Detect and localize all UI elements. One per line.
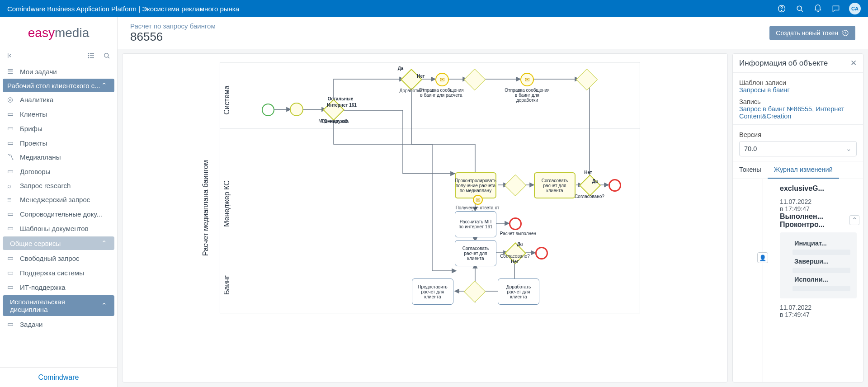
tasks2-icon: ▭ (7, 320, 15, 328)
chevron-down-icon: ⌄ (846, 145, 852, 152)
version-label: Версия (739, 131, 857, 138)
sidebar-item-contracts[interactable]: ▭Договоры (0, 164, 117, 179)
tab-journal[interactable]: Журнал изменений (768, 161, 839, 179)
label-net1: Нет (412, 74, 430, 79)
sidebar-item-support[interactable]: ▭Поддержка системы (0, 265, 117, 280)
journal-card: Инициат... Заверши... Исполни... (780, 232, 857, 298)
template-label: Шаблон записи (739, 79, 857, 86)
logo: easymedia (0, 17, 117, 49)
app-title: Comindware Business Application Platform… (7, 5, 777, 13)
task-rework[interactable]: Доработать расчет для клиента (498, 278, 539, 305)
manager-icon: ≡ (7, 196, 15, 203)
docs-icon: ▭ (7, 210, 15, 218)
sidebar-item-mediaplans[interactable]: 〽Медиапланы (0, 150, 117, 164)
support-icon: ▭ (7, 269, 15, 277)
breadcrumb[interactable]: Расчет по запросу баингом (130, 22, 216, 30)
sidebar: easymedia ☰Мои задачи Рабочий стол клиен… (0, 17, 118, 387)
topbar-actions: CA (777, 3, 861, 14)
end-event-2[interactable] (535, 247, 548, 260)
avatar[interactable]: CA (849, 3, 861, 14)
svg-point-3 (88, 53, 89, 54)
label-ost: Остальные (318, 96, 363, 101)
envelope-icon: ✉ (525, 76, 530, 83)
label-tv: ТВ+наружка (312, 119, 358, 124)
sidebar-item-my-tasks[interactable]: ☰Мои задачи (0, 64, 117, 79)
task-control[interactable]: Проконтролировать получение расчета по м… (455, 172, 496, 198)
intermediate-event[interactable] (290, 103, 303, 116)
chat-icon[interactable] (831, 4, 841, 14)
list-icon[interactable] (87, 52, 95, 61)
sidebar-item-research[interactable]: ⌕Запрос research (0, 179, 117, 193)
topbar: Comindware Business Application Platform… (0, 0, 868, 17)
end-event-calc[interactable] (509, 217, 522, 230)
sidebar-item-templates[interactable]: ▭Шаблоны документов (0, 221, 117, 236)
sidebar-item-projects[interactable]: ▭Проекты (0, 136, 117, 150)
label-net3: Нет (506, 259, 524, 264)
search-sidebar-icon[interactable] (103, 52, 111, 61)
msg-event-calc[interactable]: ✉ (435, 73, 449, 86)
it-icon: ▭ (7, 283, 15, 291)
search-icon[interactable] (795, 4, 805, 14)
sidebar-item-manager[interactable]: ≡Менеджерский запрос (0, 193, 117, 207)
chevron-up-icon: ⌃ (101, 302, 107, 310)
msg-event-dorab[interactable]: ✉ (520, 73, 534, 86)
panel-title: Информация об объекте (739, 59, 828, 68)
collapse-icon[interactable] (6, 52, 14, 61)
record-link[interactable]: Запрос в баинг №86555, Интернет Content&… (739, 105, 857, 120)
envelope-icon: ✉ (440, 76, 445, 83)
bullet-1: Инициат... (794, 240, 850, 247)
sidebar-item-clients[interactable]: ▭Клиенты (0, 107, 117, 121)
journal-top: exclusiveG... (780, 184, 857, 193)
bullet-3: Исполни... (794, 276, 850, 283)
task-agree2[interactable]: Согласовать расчет для клиента (455, 240, 496, 266)
sidebar-item-it[interactable]: ▭ИТ-поддержка (0, 280, 117, 294)
envelope-icon: ✉ (476, 197, 481, 203)
svg-point-4 (88, 55, 89, 56)
doc-icon: ▭ (7, 167, 15, 175)
sidebar-item-free[interactable]: ▭Свободный запрос (0, 251, 117, 265)
label-da1: Да (392, 66, 410, 71)
sidebar-item-tasks2[interactable]: ▭Задачи (0, 317, 117, 331)
end-event-1[interactable] (609, 179, 621, 192)
bpmn-canvas[interactable]: Расчет медиаплана баингом Система Менедж… (122, 53, 728, 382)
svg-point-2 (797, 6, 802, 10)
create-token-button[interactable]: Создать новый токен (769, 26, 855, 40)
label-da3: Да (513, 241, 527, 246)
close-icon[interactable]: ✕ (850, 58, 857, 68)
info-panel: Информация об объекте ✕ Шаблон записи За… (732, 53, 863, 382)
msg-boundary[interactable]: ✉ (473, 195, 483, 205)
chevron-up-icon: ⌃ (101, 81, 107, 90)
sidebar-section-discipline[interactable]: Исполнительская дисциплина⌃ (3, 295, 114, 316)
journal-time-2: в 17:49:47 (780, 311, 857, 318)
bullet-2: Заверши... (794, 258, 850, 265)
user-icon: 👤 (757, 252, 768, 263)
help-icon[interactable] (777, 4, 787, 14)
bell-icon[interactable] (813, 4, 823, 14)
start-event[interactable] (262, 104, 274, 116)
journal-date-2: 11.07.2022 (780, 304, 857, 311)
label-inet: Интернет 161 (319, 103, 364, 108)
sidebar-item-docs[interactable]: ▭Сопроводительные доку... (0, 207, 117, 221)
free-icon: ▭ (7, 254, 15, 262)
sidebar-item-briefs[interactable]: ▭Брифы (0, 121, 117, 136)
template-link[interactable]: Запросы в баинг (739, 86, 857, 94)
svg-point-1 (781, 10, 782, 11)
sidebar-section-common[interactable]: Общие сервисы⌃ (3, 236, 114, 250)
task-provide[interactable]: Предоставить расчет для клиента (412, 278, 453, 305)
page-header: Расчет по запросу баингом 86556 Создать … (118, 17, 868, 49)
journal-line-1: Выполнен... (780, 212, 857, 221)
projects-icon: ▭ (7, 139, 15, 147)
sidebar-item-analytics[interactable]: ◎Аналитика (0, 92, 117, 107)
label-senddorab: Отправка сообщения в баинг для доработки (505, 88, 550, 103)
journal-time-1: в 17:49:47 (780, 205, 857, 212)
label-net2: Нет (579, 170, 597, 175)
briefs-icon: ▭ (7, 124, 15, 132)
version-select[interactable]: 70.0⌄ (739, 141, 857, 156)
label-sendcalc: Отправка сообщения в баинг для расчета (419, 88, 464, 98)
tab-tokens[interactable]: Токены (733, 161, 768, 179)
page-title: 86556 (130, 30, 216, 44)
journal-list[interactable]: 👤 ⌃ exclusiveG... 11.07.2022 в 17:49:47 … (733, 179, 863, 382)
task-calc161[interactable]: Рассчитать МП по интернет 161 (455, 211, 496, 237)
tasks-icon: ☰ (7, 67, 15, 76)
sidebar-section-client[interactable]: Рабочий стол клиентского с...⌃ (3, 79, 114, 92)
